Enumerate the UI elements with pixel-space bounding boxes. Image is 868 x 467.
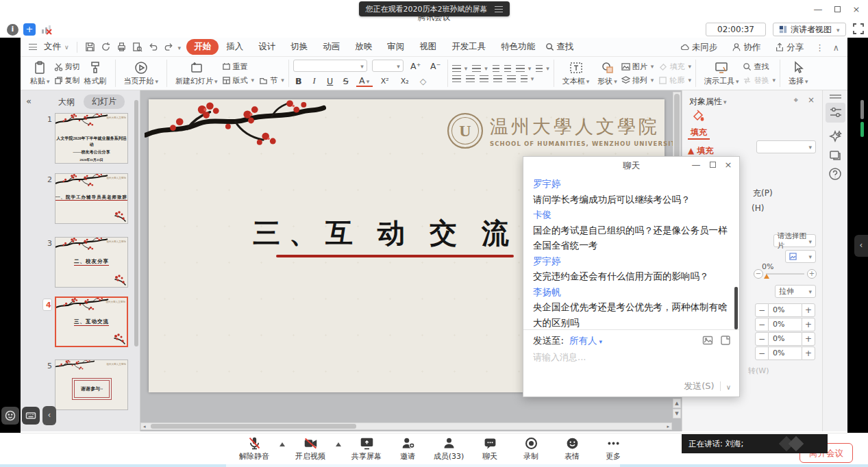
tab-design[interactable]: 设计 xyxy=(251,39,283,55)
panel-close-icon[interactable]: × xyxy=(806,95,817,106)
tab-transition[interactable]: 切换 xyxy=(283,39,315,55)
chat-sender[interactable]: 李扬帆 xyxy=(533,284,729,300)
chat-input[interactable] xyxy=(533,352,725,362)
collaborate-button[interactable]: 协作 xyxy=(729,42,763,53)
start-video-button[interactable]: 开启视频 xyxy=(295,436,326,462)
undo-icon[interactable] xyxy=(147,41,159,53)
new-slide-button[interactable]: 新建幻灯片 xyxy=(171,58,222,88)
chat-maximize-button[interactable] xyxy=(706,160,719,171)
presentation-tools-button[interactable]: 演示工具 xyxy=(700,58,743,88)
next-slide-button[interactable]: ▼ xyxy=(673,409,681,418)
pick-image-select[interactable]: 请选择图片 xyxy=(773,234,816,247)
sidebar-collapse-button[interactable] xyxy=(26,96,32,106)
image-mode-select[interactable] xyxy=(785,250,816,263)
pill-collapse-icon[interactable]: ‹ xyxy=(42,406,56,425)
chat-sender[interactable]: 罗宇婷 xyxy=(533,253,729,269)
subscript-button[interactable]: X₂ xyxy=(397,77,412,86)
sidebar-scrollbar[interactable] xyxy=(134,100,138,346)
replace-button[interactable]: 替换 xyxy=(743,75,776,86)
line-spacing-button[interactable] xyxy=(521,75,534,82)
shapes-button[interactable]: 形状 xyxy=(593,58,621,88)
find-menu[interactable]: 查找 xyxy=(543,41,576,53)
more-button[interactable]: 更多 xyxy=(597,436,629,462)
info-icon[interactable]: i xyxy=(7,24,18,36)
panel-handle-icon[interactable] xyxy=(830,94,841,96)
tab-review[interactable]: 审阅 xyxy=(380,39,412,55)
canvas-hscrollbar[interactable]: ◂ ▸ xyxy=(140,422,672,430)
scroll-left-icon[interactable]: ◂ xyxy=(143,424,146,429)
properties-tool-icon[interactable] xyxy=(829,105,843,119)
font-family-select[interactable] xyxy=(293,60,367,72)
picture-button[interactable]: 图片 xyxy=(621,62,654,72)
chat-scrollbar[interactable] xyxy=(734,287,738,329)
security-shield-icon[interactable]: + xyxy=(23,23,36,36)
print-icon[interactable] xyxy=(116,41,127,53)
cut-button[interactable]: 剪切 xyxy=(54,62,80,72)
tab-view[interactable]: 视图 xyxy=(412,39,444,55)
copy-button[interactable]: 复制 xyxy=(54,75,80,86)
properties-caret-icon[interactable] xyxy=(722,97,727,106)
fill-section-header[interactable]: ▲ 填充 xyxy=(688,145,713,157)
audience-select[interactable]: 所有人 xyxy=(569,335,602,346)
font-size-select[interactable] xyxy=(372,60,404,72)
stretch-select[interactable]: 拉伸 xyxy=(775,285,816,298)
invite-button[interactable]: 邀请 xyxy=(392,436,423,462)
align-center-button[interactable] xyxy=(466,75,475,82)
beautify-tool-icon[interactable] xyxy=(828,130,842,144)
bullet-list-button[interactable] xyxy=(452,65,468,72)
slider-handle[interactable] xyxy=(764,274,769,279)
slide-thumbnail-1[interactable]: 温州大學人文學院 人文学院2020年下半年就业服务系列活动 ——校友考公云分享 … xyxy=(55,113,128,164)
fill-button[interactable]: 填充 xyxy=(658,62,691,72)
fill-type-select[interactable] xyxy=(756,140,816,153)
expand-video-panel-tab[interactable]: ‹ xyxy=(854,235,868,257)
presenter-view-button[interactable]: 演讲者视图 xyxy=(773,23,846,36)
collapse-ribbon-icon[interactable]: ∧ xyxy=(833,42,839,53)
increase-font-button[interactable]: A⁺ xyxy=(408,61,423,71)
record-button[interactable]: 录制 xyxy=(515,436,547,462)
screenshot-icon[interactable] xyxy=(720,335,731,346)
transparency-minus-button[interactable]: − xyxy=(754,269,763,279)
layout-button[interactable]: 版式 xyxy=(222,75,255,86)
members-button[interactable]: 成员(33) xyxy=(433,436,464,462)
unmute-button[interactable]: 解除静音 xyxy=(238,436,270,462)
scroll-right-icon[interactable]: ▸ xyxy=(667,424,669,429)
slide-thumbnail-5[interactable]: 温州大學人文學院 谢谢参与~ xyxy=(55,359,128,410)
sync-icon[interactable] xyxy=(100,41,112,53)
animation-pane-icon[interactable] xyxy=(828,148,842,162)
banner-menu-icon[interactable] xyxy=(495,6,503,12)
arrange-button[interactable]: 排列 xyxy=(621,75,654,86)
quick-emoji-button[interactable] xyxy=(1,407,19,425)
offset-stepper-3[interactable]: −0%+ xyxy=(755,332,815,346)
redo-icon[interactable] xyxy=(163,41,175,53)
strikethrough-button[interactable]: S xyxy=(340,76,351,86)
more-menu-icon[interactable]: ⋮ xyxy=(815,42,824,53)
justify-button[interactable] xyxy=(493,75,502,82)
select-button[interactable]: 选择 xyxy=(784,58,813,88)
chat-close-button[interactable]: × xyxy=(722,160,734,171)
network-muted-icon[interactable] xyxy=(40,24,53,35)
chat-minimize-button[interactable]: — xyxy=(690,160,702,171)
print-preview-icon[interactable] xyxy=(132,41,143,53)
save-icon[interactable] xyxy=(84,41,96,53)
pin-icon[interactable]: ⌖ xyxy=(791,95,802,106)
wps-global-menu-icon[interactable] xyxy=(29,44,37,50)
slide-thumbnail-4-selected[interactable]: 温州大學人文學院 三、互动交流 xyxy=(55,296,128,347)
italic-button[interactable]: I xyxy=(309,76,320,86)
chat-sender[interactable]: 卡俊 xyxy=(533,207,729,223)
distribute-button[interactable] xyxy=(507,75,516,82)
transparency-plus-button[interactable]: + xyxy=(807,269,817,279)
offset-stepper-2[interactable]: −0%+ xyxy=(755,318,815,331)
find-button[interactable]: 查找 xyxy=(743,62,776,72)
gradient-fill-option-fragment[interactable]: (H) xyxy=(752,203,764,213)
text-direction-button[interactable] xyxy=(516,65,532,72)
send-image-icon[interactable] xyxy=(702,335,713,346)
send-options-chevron-icon[interactable] xyxy=(726,381,731,392)
font-color-button[interactable]: A xyxy=(356,75,373,87)
tab-animation[interactable]: 动画 xyxy=(315,39,347,55)
decrease-indent-button[interactable] xyxy=(493,65,499,72)
send-button[interactable]: 发送(S) xyxy=(684,380,714,392)
underline-button[interactable]: U xyxy=(325,76,336,86)
tab-developer[interactable]: 开发工具 xyxy=(444,39,493,55)
file-menu[interactable]: 文件 xyxy=(41,41,72,53)
reactions-button[interactable]: 表情 xyxy=(556,436,588,462)
